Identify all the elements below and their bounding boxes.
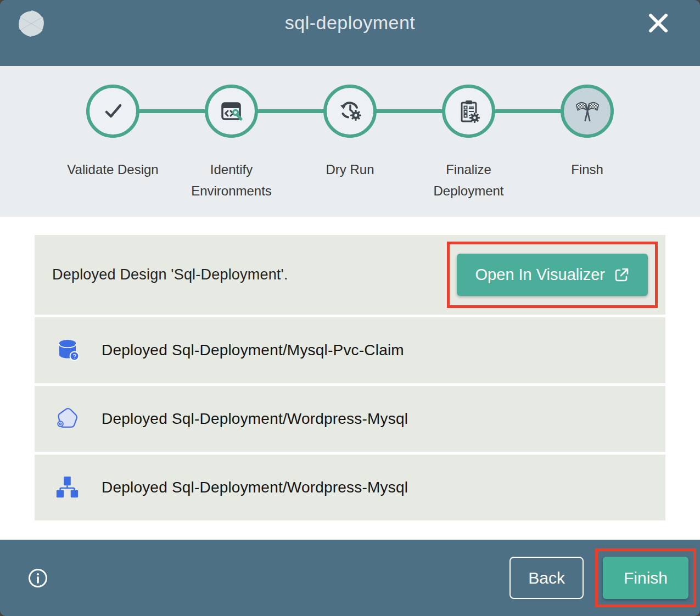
- finish-highlight-box: Finish: [595, 548, 696, 607]
- step-identify-environments: Identify Environments: [172, 85, 291, 202]
- step-finalize-deployment-bubble[interactable]: [442, 85, 495, 138]
- close-icon[interactable]: [645, 10, 671, 36]
- result-row-topology: Deployed Sql-Deployment/Wordpress-Mysql: [35, 455, 665, 520]
- code-tools-icon: [219, 98, 245, 125]
- design-result-message: Deployed Design 'Sql-Deployment'.: [52, 266, 288, 283]
- step-label: Finalize Deployment: [422, 159, 516, 202]
- info-icon[interactable]: [27, 568, 48, 589]
- topology-tree-icon: [54, 474, 81, 501]
- result-row-text: Deployed Sql-Deployment/Wordpress-Mysql: [102, 479, 408, 496]
- result-row-wordpress: Deployed Sql-Deployment/Wordpress-Mysql: [35, 386, 665, 452]
- result-row-pvc: ? Deployed Sql-Deployment/Mysql-Pvc-Clai…: [35, 317, 665, 383]
- result-row-text: Deployed Sql-Deployment/Wordpress-Mysql: [102, 410, 408, 428]
- step-identify-environments-bubble[interactable]: [205, 85, 258, 138]
- back-button[interactable]: Back: [509, 557, 584, 599]
- database-icon: ?: [54, 337, 81, 363]
- deployment-wizard-modal: sql-deployment Validate Design: [0, 0, 700, 616]
- step-finalize-deployment: Finalize Deployment: [410, 85, 528, 202]
- step-label: Finsh: [541, 159, 634, 181]
- step-label: Validate Design: [66, 159, 160, 181]
- svg-text:?: ?: [72, 353, 76, 360]
- modal-footer: Back Finish: [0, 540, 700, 616]
- wizard-stepper: Validate Design Identify Environments: [0, 66, 700, 217]
- result-row-text: Deployed Sql-Deployment/Mysql-Pvc-Claim: [102, 341, 404, 359]
- dry-run-history-gear-icon: [337, 98, 363, 125]
- step-finish-bubble[interactable]: [561, 85, 614, 138]
- finish-button[interactable]: Finish: [603, 557, 688, 599]
- modal-header: sql-deployment: [0, 0, 700, 66]
- step-dry-run-bubble[interactable]: [323, 85, 377, 138]
- external-link-icon: [614, 267, 629, 283]
- modal-title: sql-deployment: [0, 12, 700, 33]
- step-label: Dry Run: [304, 159, 397, 181]
- visualizer-highlight-box: Open In Visualizer: [447, 242, 658, 308]
- checkered-flags-icon: [574, 98, 601, 125]
- service-pentagon-icon: [54, 406, 81, 432]
- deployment-results: Deployed Design 'Sql-Deployment'. Open I…: [0, 217, 700, 540]
- step-label: Identify Environments: [185, 159, 278, 202]
- step-dry-run: Dry Run: [291, 85, 410, 202]
- clipboard-gear-icon: [456, 98, 482, 125]
- check-icon: [100, 98, 126, 125]
- step-validate-design: Validate Design: [54, 85, 172, 202]
- design-result-row: Deployed Design 'Sql-Deployment'. Open I…: [35, 235, 665, 315]
- step-validate-design-bubble[interactable]: [86, 85, 139, 138]
- open-in-visualizer-button[interactable]: Open In Visualizer: [457, 254, 648, 296]
- open-in-visualizer-label: Open In Visualizer: [475, 266, 605, 284]
- step-finish: Finsh: [528, 85, 647, 202]
